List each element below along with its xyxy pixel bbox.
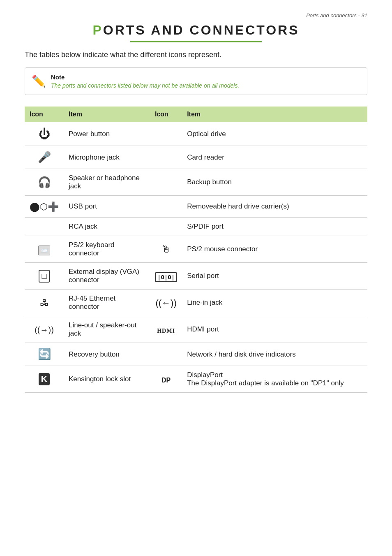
item-cell-power: Power button	[64, 122, 150, 146]
subtitle: The tables below indicate what the diffe…	[25, 51, 367, 59]
icon-cell-power: ⏻	[25, 122, 64, 146]
title-underline	[130, 41, 262, 42]
item-cell-optical: Optical drive	[182, 122, 367, 146]
icon-cell-backup	[150, 169, 182, 196]
icon-cell-dp: DP	[150, 366, 182, 393]
table-row: □ External display (VGA) connector |O|O|…	[25, 263, 367, 290]
col-header-icon1: Icon	[25, 107, 64, 122]
item-cell-dp: DisplayPortThe DisplayPort adapter is av…	[182, 366, 367, 393]
icon-cell-serial: |O|O|	[150, 263, 182, 290]
item-cell-ps2kbd: PS/2 keyboard connector	[64, 236, 150, 263]
table-row: ⌨️ PS/2 keyboard connector 🖱 PS/2 mouse …	[25, 236, 367, 263]
vga-icon: □	[39, 270, 49, 283]
item-cell-hdmi: HDMI port	[182, 316, 367, 343]
icon-cell-hdmi: HDMI	[150, 316, 182, 343]
page-title: PORTS AND CONNECTORS	[25, 23, 367, 38]
table-header-row: Icon Item Icon Item	[25, 107, 367, 122]
item-cell-rj45: RJ-45 Ethernet connector	[64, 290, 150, 316]
ps2kbd-icon: ⌨️	[38, 246, 50, 255]
icon-cell-recovery: 🔄	[25, 343, 64, 366]
note-box: ✏️ Note The ports and connectors listed …	[25, 67, 367, 95]
icon-cell-rj45: 🖧	[25, 290, 64, 316]
col-header-item2: Item	[182, 107, 367, 122]
icon-cell-ps2mouse: 🖱	[150, 236, 182, 263]
item-cell-network: Network / hard disk drive indicators	[182, 343, 367, 366]
headphone-icon: 🎧	[38, 176, 51, 188]
ports-table: Icon Item Icon Item ⏻ Power button Optic…	[25, 107, 367, 393]
table-row: ⏻ Power button Optical drive	[25, 122, 367, 146]
icon-cell-harddrive	[150, 196, 182, 218]
item-cell-card: Card reader	[182, 146, 367, 169]
item-cell-kensington: Kensington lock slot	[64, 366, 150, 393]
recovery-icon: 🔄	[38, 348, 51, 360]
usb-icon: ⬤⬡➕	[30, 202, 59, 212]
item-cell-usb: USB port	[64, 196, 150, 218]
title-first-letter: P	[92, 23, 103, 37]
item-cell-rca: RCA jack	[64, 218, 150, 236]
item-cell-harddrive: Removeable hard drive carrier(s)	[182, 196, 367, 218]
icon-cell-network	[150, 343, 182, 366]
note-icon: ✏️	[32, 74, 46, 88]
icon-cell-headphone: 🎧	[25, 169, 64, 196]
icon-cell-optical	[150, 122, 182, 146]
kensington-icon: K	[39, 373, 50, 385]
col-header-icon2: Icon	[150, 107, 182, 122]
ps2mouse-icon: 🖱	[161, 243, 171, 255]
table-row: K Kensington lock slot DP DisplayPortThe…	[25, 366, 367, 393]
table-row: 🎧 Speaker or headphone jack Backup butto…	[25, 169, 367, 196]
lineout-icon: ((→))	[35, 325, 54, 334]
icon-cell-vga: □	[25, 263, 64, 290]
table-row: ⬤⬡➕ USB port Removeable hard drive carri…	[25, 196, 367, 218]
table-row: 🎤 Microphone jack Card reader	[25, 146, 367, 169]
icon-cell-spdif	[150, 218, 182, 236]
table-row: RCA jack S/PDIF port	[25, 218, 367, 236]
note-title: Note	[51, 74, 239, 81]
linein-icon: ((←))	[155, 298, 176, 308]
icon-cell-usb: ⬤⬡➕	[25, 196, 64, 218]
table-row: 🖧 RJ-45 Ethernet connector ((←)) Line-in…	[25, 290, 367, 316]
table-row: ((→)) Line-out / speaker-out jack HDMI H…	[25, 316, 367, 343]
power-icon: ⏻	[39, 127, 50, 140]
rj45-icon: 🖧	[40, 298, 49, 308]
icon-cell-mic: 🎤	[25, 146, 64, 169]
icon-cell-card	[150, 146, 182, 169]
hdmi-icon: HDMI	[157, 328, 175, 334]
icon-cell-kensington: K	[25, 366, 64, 393]
item-cell-linein: Line-in jack	[182, 290, 367, 316]
title-rest: ORTS AND CONNECTORS	[103, 23, 300, 37]
dp-icon: DP	[161, 377, 171, 384]
item-cell-spdif: S/PDIF port	[182, 218, 367, 236]
item-cell-mic: Microphone jack	[64, 146, 150, 169]
microphone-icon: 🎤	[38, 151, 51, 163]
page-reference: Ports and connectors - 31	[25, 12, 367, 19]
icon-cell-linein: ((←))	[150, 290, 182, 316]
icon-cell-rca	[25, 218, 64, 236]
note-text: The ports and connectors listed below ma…	[51, 82, 239, 89]
table-row: 🔄 Recovery button Network / hard disk dr…	[25, 343, 367, 366]
item-cell-headphone: Speaker or headphone jack	[64, 169, 150, 196]
serial-icon: |O|O|	[155, 272, 177, 282]
icon-cell-lineout: ((→))	[25, 316, 64, 343]
item-cell-vga: External display (VGA) connector	[64, 263, 150, 290]
note-content: Note The ports and connectors listed bel…	[51, 74, 239, 89]
col-header-item1: Item	[64, 107, 150, 122]
icon-cell-ps2kbd: ⌨️	[25, 236, 64, 263]
item-cell-ps2mouse: PS/2 mouse connector	[182, 236, 367, 263]
item-cell-backup: Backup button	[182, 169, 367, 196]
item-cell-recovery: Recovery button	[64, 343, 150, 366]
item-cell-serial: Serial port	[182, 263, 367, 290]
item-cell-lineout: Line-out / speaker-out jack	[64, 316, 150, 343]
